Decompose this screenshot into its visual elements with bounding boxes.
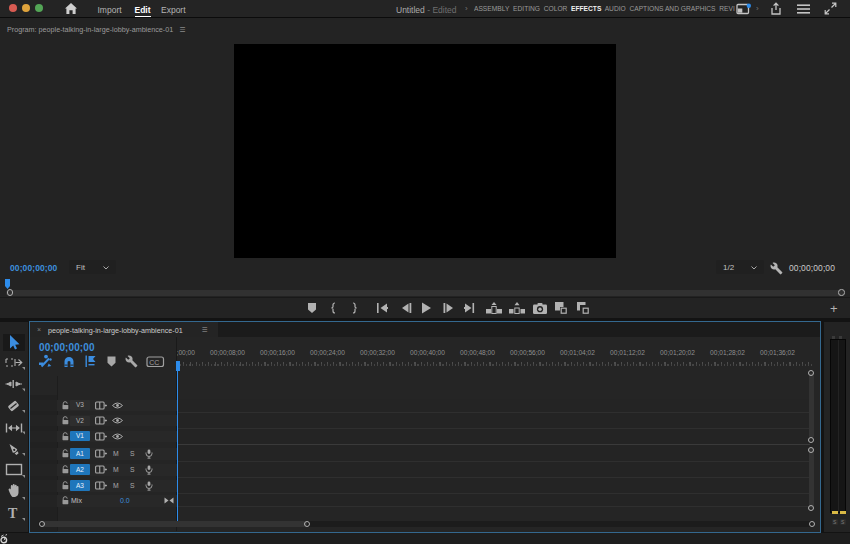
svg-text:T: T (8, 506, 18, 521)
